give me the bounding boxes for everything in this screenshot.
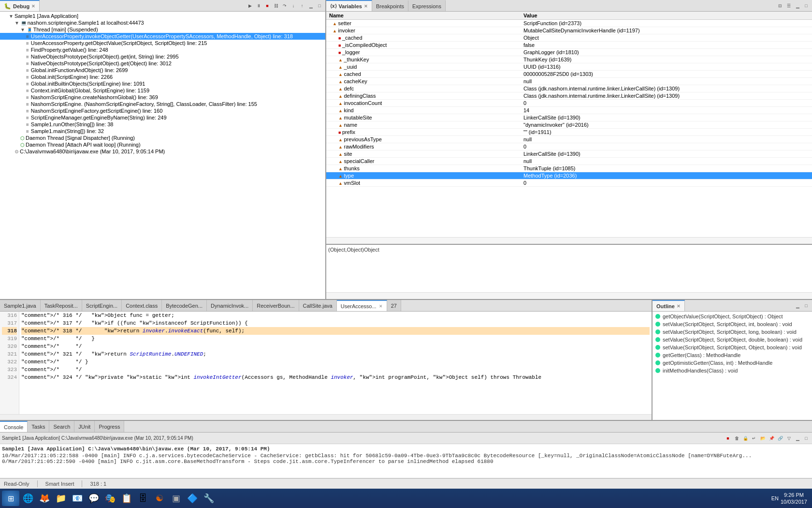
var-row[interactable]: ▲ _uuid UUID (id=1316)	[326, 63, 812, 71]
var-row[interactable]: ▲ type MethodType (id=2036)	[326, 172, 812, 179]
maximize-icon[interactable]: □	[316, 2, 323, 10]
debug-tree-item[interactable]: ≡ Sample1.main(String[]) line: 32	[0, 128, 325, 134]
editor-tab[interactable]: Sample1.java	[0, 300, 41, 311]
console-link-icon[interactable]: 🔗	[776, 434, 784, 442]
console-content[interactable]: Sample1 [Java Application] C:\Java\vmwa6…	[0, 444, 812, 478]
var-row[interactable]: ▲ site LinkerCallSite (id=1390)	[326, 150, 812, 158]
var-row[interactable]: ▲ specialCaller null	[326, 158, 812, 165]
stepout-icon[interactable]: ↑	[298, 2, 306, 10]
var-row[interactable]: ▲ cached 0000000528F25D0 (id=1303)	[326, 71, 812, 78]
debug-close-icon[interactable]: ✕	[31, 4, 35, 9]
debug-tree-item[interactable]: ≡ NashornScriptEngineFactory.getScriptEn…	[0, 107, 325, 114]
debug-tree-item[interactable]: ▼ 💻 nashorn.scriptengine.Sample1 at loca…	[0, 19, 325, 26]
var-row[interactable]: ▲ mutableSite LinkerCallSite (id=1390)	[326, 114, 812, 121]
debug-tab[interactable]: 🐛 Debug ✕	[0, 0, 40, 11]
resume-icon[interactable]: ▶	[246, 2, 254, 10]
debug-tree-item[interactable]: ≡ FindProperty.getValue() line: 248	[0, 46, 325, 53]
debug-tree-item[interactable]: ▼ Sample1 [Java Application]	[0, 13, 325, 19]
taskbar-skype-icon[interactable]: 💬	[86, 491, 102, 506]
expressions-tab[interactable]: Expressions	[408, 0, 446, 11]
editor-tab[interactable]: TaskReposit...	[41, 300, 82, 311]
stepinto-icon[interactable]: ↓	[290, 2, 297, 10]
variables-close-icon[interactable]: ✕	[364, 4, 368, 9]
console-terminate-icon[interactable]: ■	[724, 434, 732, 442]
taskbar-ie-icon[interactable]: 🌐	[20, 491, 36, 506]
var-row[interactable]: ▲ previousAsType null	[326, 136, 812, 143]
editor-tab[interactable]: CallSite.java	[299, 300, 337, 311]
console-word-wrap-icon[interactable]: ↵	[750, 434, 758, 442]
collapse-all-icon[interactable]: ⊟	[776, 2, 784, 10]
disconnect-icon[interactable]: ⛓	[272, 2, 280, 10]
outline-tab[interactable]: Outline ✕	[652, 300, 685, 311]
debug-tree-item[interactable]: ⬡ Daemon Thread [Attach API wait loop] (…	[0, 141, 325, 148]
debug-tree[interactable]: ▼ Sample1 [Java Application]▼ 💻 nashorn.…	[0, 12, 325, 299]
console-tab-junit[interactable]: JUnit	[74, 421, 95, 432]
variables-hscroll[interactable]	[326, 237, 812, 244]
editor-hscroll[interactable]	[0, 414, 652, 420]
taskbar-folder-icon[interactable]: 📁	[53, 491, 69, 506]
editor-tab[interactable]: Context.class	[122, 300, 162, 311]
var-row[interactable]: ■ _cached Object	[326, 34, 812, 42]
debug-tree-item[interactable]: ≡ UserAccessorProperty.getObjectValue(Sc…	[0, 40, 325, 46]
taskbar-app10-icon[interactable]: 🔧	[201, 491, 217, 506]
terminate-icon[interactable]: ■	[263, 2, 271, 10]
suspend-icon[interactable]: ⏸	[255, 2, 262, 10]
debug-tree-item[interactable]: ≡ NativeObjectsPrototype(ScriptObject).g…	[0, 60, 325, 67]
outline-close-icon[interactable]: ✕	[677, 304, 681, 309]
outline-max-icon[interactable]: □	[802, 302, 810, 310]
detail-hscroll[interactable]	[326, 292, 812, 299]
taskbar-firefox-icon[interactable]: 🦊	[37, 491, 52, 506]
var-maximize-icon[interactable]: □	[802, 2, 810, 10]
var-row[interactable]: ■ _isCompiledObject false	[326, 42, 812, 49]
var-row[interactable]: ▲ rawModifiers 0	[326, 143, 812, 150]
taskbar-app7-icon[interactable]: 🗄	[135, 491, 151, 506]
var-row[interactable]: ▲ setter ScriptFunction (id=2373)	[326, 20, 812, 27]
var-row[interactable]: ▲ vmSlot 0	[326, 179, 812, 187]
breakpoints-tab[interactable]: Breakpoints	[372, 0, 408, 11]
variables-tab[interactable]: ⟨x⟩ Variables ✕	[326, 0, 372, 11]
outline-item[interactable]: initMethodHandles(Class) : void	[653, 367, 811, 374]
outline-item[interactable]: getGetter(Class) : MethodHandle	[653, 351, 811, 359]
var-row[interactable]: ▲ invocationCount 0	[326, 100, 812, 107]
taskbar-app9-icon[interactable]: 🔷	[185, 491, 200, 506]
debug-tree-item[interactable]: ≡ Global.initBuiltinObjects(ScriptEngine…	[0, 80, 325, 87]
var-menu-icon[interactable]: ☰	[785, 2, 793, 10]
debug-tree-item[interactable]: ⚙ C:\Java\vmwa6480\bin\javaw.exe (Mar 10…	[0, 148, 325, 155]
minimize-icon[interactable]: ▁	[307, 2, 315, 10]
console-clear-icon[interactable]: 🗑	[733, 434, 740, 442]
outline-item[interactable]: setValue(ScriptObject, ScriptObject, int…	[653, 320, 811, 328]
variables-table[interactable]: Name Value ▲ setter ScriptFunction (id=2…	[326, 12, 812, 237]
outline-item[interactable]: getObjectValue(ScriptObject, ScriptObjec…	[653, 313, 811, 320]
taskbar-mail-icon[interactable]: 📧	[70, 491, 85, 506]
debug-tree-item[interactable]: ≡ UserAccessorProperty.invokeObjectGette…	[0, 33, 325, 40]
tab-close-icon[interactable]: ✕	[379, 304, 383, 309]
debug-tree-item[interactable]: ≡ Sample1.runOther(String[]) line: 38	[0, 121, 325, 128]
console-minimize-icon[interactable]: ▁	[794, 434, 801, 442]
editor-tab[interactable]: DynamicInvok...	[207, 300, 253, 311]
console-pin-icon[interactable]: 📌	[768, 434, 775, 442]
debug-tree-item[interactable]: ≡ NativeObjectsPrototype(ScriptObject).g…	[0, 53, 325, 60]
editor-content[interactable]: 316317318319320321322323324 "comment">/*…	[0, 312, 652, 414]
outline-item[interactable]: setValue(ScriptObject, ScriptObject, lon…	[653, 328, 811, 336]
console-tab-search[interactable]: Search	[49, 421, 74, 432]
var-row[interactable]: ▲ invoker MutableCallSiteDynamicInvokerH…	[326, 27, 812, 34]
var-row[interactable]: ▲ cacheKey null	[326, 78, 812, 85]
outline-item[interactable]: setValue(ScriptObject, ScriptObject, dou…	[653, 336, 811, 344]
taskbar-app5-icon[interactable]: 🎭	[102, 491, 118, 506]
console-scroll-lock-icon[interactable]: 🔒	[741, 434, 749, 442]
editor-tab[interactable]: BytecodeGen...	[162, 300, 207, 311]
var-row[interactable]: ▲ thunks ThunkTuple (id=1085)	[326, 165, 812, 172]
outline-min-icon[interactable]: ▁	[794, 302, 801, 310]
outline-content[interactable]: getObjectValue(ScriptObject, ScriptObjec…	[652, 312, 812, 420]
var-row[interactable]: ▲ kind 14	[326, 107, 812, 114]
console-tab-tasks[interactable]: Tasks	[28, 421, 49, 432]
debug-tree-item[interactable]: ▼ 🧵 Thread [main] (Suspended)	[0, 26, 325, 33]
console-tab-console[interactable]: Console	[0, 421, 28, 432]
taskbar-eclipse-icon[interactable]: ☯	[152, 491, 167, 506]
var-row[interactable]: ▲ defc Class (jdk.nashorn.internal.runti…	[326, 85, 812, 92]
start-button[interactable]: ⊞	[2, 491, 19, 506]
debug-tree-item[interactable]: ⬡ Daemon Thread [Signal Dispatcher] (Run…	[0, 134, 325, 141]
debug-tree-item[interactable]: ≡ Global.initFunctionAndObject() line: 2…	[0, 67, 325, 74]
taskbar-app6-icon[interactable]: 📋	[119, 491, 134, 506]
console-tab-progress[interactable]: Progress	[95, 421, 124, 432]
